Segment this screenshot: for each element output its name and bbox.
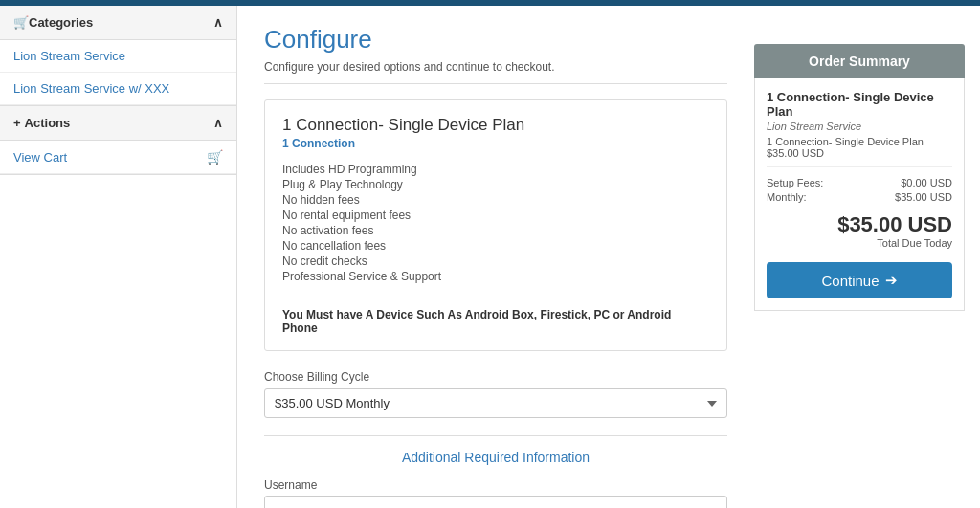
sidebar-categories-section: 🛒 Categories ∧ Lion Stream Service Lion … <box>0 6 236 106</box>
main-content: Configure Configure your desired options… <box>237 6 754 508</box>
sidebar-categories-label: Categories <box>29 15 93 30</box>
sidebar-item-view-cart[interactable]: View Cart 🛒 <box>0 141 236 174</box>
page-title: Configure <box>264 25 727 55</box>
view-cart-icon: 🛒 <box>207 149 223 165</box>
order-plan-desc: 1 Connection- Single Device Plan $35.00 … <box>767 136 952 167</box>
feature-item: No hidden fees <box>282 192 709 208</box>
product-connections: 1 Connection <box>282 137 709 150</box>
actions-chevron-icon: ∧ <box>213 116 223 130</box>
sidebar-actions-header[interactable]: + Actions ∧ <box>0 106 236 141</box>
right-panel: Order Summary 1 Connection- Single Devic… <box>754 6 980 508</box>
additional-title: Additional Required Information <box>264 450 727 465</box>
continue-label: Continue <box>821 273 879 289</box>
billing-label: Choose Billing Cycle <box>264 370 727 384</box>
sidebar: 🛒 Categories ∧ Lion Stream Service Lion … <box>0 6 237 508</box>
order-summary-header: Order Summary <box>754 44 965 78</box>
order-monthly-fee-row: Monthly: $35.00 USD <box>767 191 952 203</box>
sidebar-actions-section: + Actions ∧ View Cart 🛒 <box>0 106 236 175</box>
order-setup-value: $0.00 USD <box>901 177 952 188</box>
cart-icon: 🛒 <box>13 15 29 30</box>
username-field-group: Username Leave it empty for auto generat… <box>264 478 727 508</box>
billing-cycle-select[interactable]: $35.00 USD Monthly <box>264 388 727 418</box>
product-warning: You Must have A Device Such As Android B… <box>282 298 709 335</box>
billing-section: Choose Billing Cycle $35.00 USD Monthly <box>264 370 727 418</box>
product-features-list: Includes HD Programming Plug & Play Tech… <box>282 162 709 284</box>
page-subtitle: Configure your desired options and conti… <box>264 60 727 84</box>
feature-item: No activation fees <box>282 223 709 238</box>
continue-arrow-icon: ➔ <box>885 272 898 289</box>
sidebar-item-lion-stream-service-xxx[interactable]: Lion Stream Service w/ XXX <box>0 73 236 105</box>
feature-item: Includes HD Programming <box>282 162 709 177</box>
order-summary-body: 1 Connection- Single Device Plan Lion St… <box>754 78 965 311</box>
sidebar-actions-label: Actions <box>25 116 71 130</box>
order-monthly-label: Monthly: <box>767 191 807 203</box>
categories-chevron-icon: ∧ <box>213 15 223 30</box>
order-plan-title: 1 Connection- Single Device Plan <box>767 90 952 119</box>
order-setup-label: Setup Fees: <box>767 177 823 188</box>
sidebar-categories-header[interactable]: 🛒 Categories ∧ <box>0 6 236 40</box>
product-card: 1 Connection- Single Device Plan 1 Conne… <box>264 99 727 351</box>
continue-button[interactable]: Continue ➔ <box>767 262 952 298</box>
order-total-label: Total Due Today <box>767 237 952 249</box>
order-summary: Order Summary 1 Connection- Single Devic… <box>754 44 965 311</box>
username-input[interactable] <box>264 496 727 508</box>
product-title: 1 Connection- Single Device Plan <box>282 116 709 135</box>
username-label: Username <box>264 478 727 492</box>
feature-item: No cancellation fees <box>282 238 709 254</box>
order-total: $35.00 USD <box>767 212 952 237</box>
additional-section: Additional Required Information Username… <box>264 435 727 508</box>
order-setup-fee-row: Setup Fees: $0.00 USD <box>767 177 952 188</box>
plus-icon: + <box>13 116 21 130</box>
order-plan-service: Lion Stream Service <box>767 121 952 132</box>
order-monthly-value: $35.00 USD <box>895 191 952 203</box>
feature-item: No rental equipment fees <box>282 208 709 223</box>
feature-item: Plug & Play Technology <box>282 177 709 192</box>
feature-item: Professional Service & Support <box>282 269 709 284</box>
feature-item: No credit checks <box>282 254 709 269</box>
sidebar-item-lion-stream-service[interactable]: Lion Stream Service <box>0 40 236 73</box>
